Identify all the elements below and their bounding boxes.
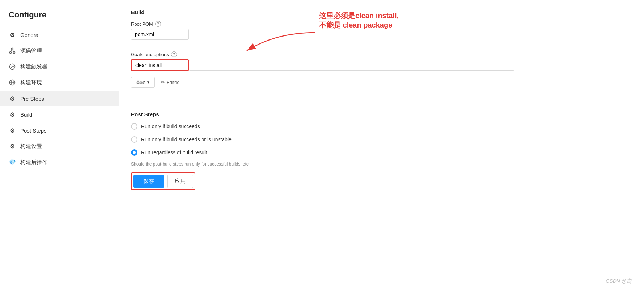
save-button[interactable]: 保存 xyxy=(133,175,164,188)
sidebar-item-trigger[interactable]: 构建触发器 xyxy=(0,59,119,75)
svg-line-4 xyxy=(12,50,14,52)
env-icon xyxy=(9,79,16,86)
goals-field: Goals and options ? xyxy=(131,51,632,71)
sidebar-item-label: Pre Steps xyxy=(20,96,44,102)
radio-success-or-unstable[interactable]: Run only if build succeeds or is unstabl… xyxy=(131,136,632,143)
goals-full-input[interactable] xyxy=(189,60,514,71)
svg-line-3 xyxy=(10,50,12,52)
goals-help-icon[interactable]: ? xyxy=(171,51,177,57)
sidebar-item-label: 构建触发器 xyxy=(20,63,47,70)
sidebar: Configure ⚙ General 源码管理 xyxy=(0,0,119,289)
sidebar-item-post-build[interactable]: 💎 构建后操作 xyxy=(0,154,119,170)
build-settings-icon: ⚙ xyxy=(9,143,16,150)
source-icon xyxy=(9,47,16,54)
sidebar-item-source[interactable]: 源码管理 xyxy=(0,43,119,59)
root-pom-help-icon[interactable]: ? xyxy=(155,21,161,27)
save-apply-container: 保存 应用 xyxy=(131,172,195,190)
radio-circle-only-success xyxy=(131,123,137,130)
chevron-down-icon: ▼ xyxy=(147,80,150,84)
post-steps-title: Post Steps xyxy=(131,102,632,117)
sidebar-item-pre-steps[interactable]: ⚙ Pre Steps xyxy=(0,91,119,106)
root-pom-label: Root POM ? xyxy=(131,21,632,27)
post-steps-icon: ⚙ xyxy=(9,127,16,134)
root-pom-field: Root POM ? xyxy=(131,21,632,40)
sidebar-item-label: 构建后操作 xyxy=(20,159,47,166)
svg-point-0 xyxy=(12,48,13,50)
trigger-icon xyxy=(9,63,16,70)
post-build-icon: 💎 xyxy=(9,159,16,166)
sidebar-item-post-steps[interactable]: ⚙ Post Steps xyxy=(0,122,119,138)
build-icon: ⚙ xyxy=(9,111,16,118)
post-steps-hint: Should the post-build steps run only for… xyxy=(131,162,632,167)
sidebar-item-label: 构建设置 xyxy=(20,143,42,150)
sidebar-item-build[interactable]: ⚙ Build xyxy=(0,106,119,122)
sidebar-item-label: Post Steps xyxy=(20,127,47,134)
advanced-button[interactable]: 高级 ▼ xyxy=(131,77,155,88)
edited-badge: ✏ Edited xyxy=(161,80,180,85)
csdn-watermark: CSDN @蔚一 xyxy=(606,278,637,285)
sidebar-item-label: 构建环境 xyxy=(20,79,42,86)
page-title: Configure xyxy=(0,0,119,27)
sidebar-item-env[interactable]: 构建环境 xyxy=(0,75,119,91)
pencil-icon: ✏ xyxy=(161,80,165,85)
advanced-row: 高级 ▼ ✏ Edited xyxy=(131,77,632,88)
apply-button[interactable]: 应用 xyxy=(167,175,193,188)
goals-input[interactable] xyxy=(131,59,189,71)
pre-steps-icon: ⚙ xyxy=(9,95,16,102)
svg-point-1 xyxy=(10,52,12,54)
radio-group: Run only if build succeeds Run only if b… xyxy=(131,123,632,156)
post-steps-section: Post Steps Run only if build succeeds Ru… xyxy=(131,102,632,167)
main-content: Build Root POM ? Goals xyxy=(119,0,644,289)
sidebar-item-general[interactable]: ⚙ General xyxy=(0,27,119,43)
svg-point-2 xyxy=(13,52,15,54)
divider xyxy=(131,95,632,95)
general-icon: ⚙ xyxy=(9,31,16,38)
radio-circle-success-or-unstable xyxy=(131,136,137,143)
sidebar-item-label: Build xyxy=(20,112,32,118)
radio-only-success[interactable]: Run only if build succeeds xyxy=(131,123,632,130)
sidebar-item-build-settings[interactable]: ⚙ 构建设置 xyxy=(0,138,119,154)
goals-label: Goals and options ? xyxy=(131,51,632,57)
root-pom-input[interactable] xyxy=(131,29,189,40)
sidebar-item-label: General xyxy=(20,32,39,38)
radio-circle-regardless xyxy=(131,149,137,156)
sidebar-item-label: 源码管理 xyxy=(20,47,42,54)
radio-regardless[interactable]: Run regardless of build result xyxy=(131,149,632,156)
build-section-title: Build xyxy=(131,0,632,15)
